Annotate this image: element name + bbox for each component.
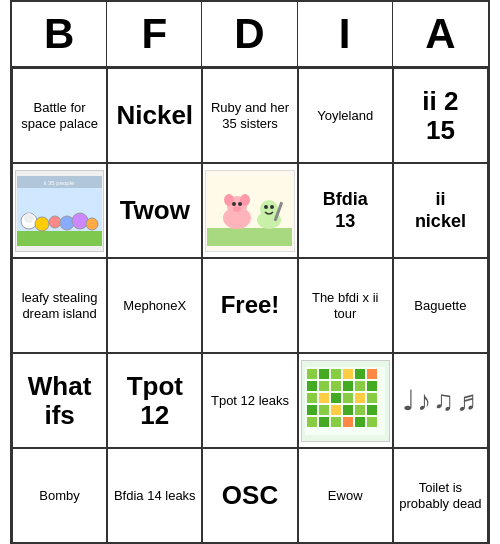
svg-rect-38 (307, 393, 317, 403)
cell-text: Ruby and her 35 sisters (207, 100, 292, 131)
svg-point-21 (260, 200, 278, 218)
cell-r1-c4[interactable]: Yoyleland (298, 68, 393, 163)
svg-point-18 (238, 202, 242, 206)
svg-rect-26 (307, 369, 317, 379)
svg-rect-46 (331, 405, 341, 415)
cell-r3-c5[interactable]: Baguette (393, 258, 488, 353)
svg-rect-48 (355, 405, 365, 415)
svg-rect-37 (367, 381, 377, 391)
svg-rect-31 (367, 369, 377, 379)
cell-r4-c5[interactable]: ♩♪♫♬ (393, 353, 488, 448)
svg-rect-47 (343, 405, 353, 415)
cell-r2-c5[interactable]: iinickel (393, 163, 488, 258)
svg-rect-44 (307, 405, 317, 415)
bingo-header: B F D I A (12, 2, 488, 68)
svg-point-7 (72, 213, 88, 229)
cell-r1-c1[interactable]: Battle for space palace (12, 68, 107, 163)
svg-point-8 (86, 218, 98, 230)
cell-r5-c5[interactable]: Toilet is probably dead (393, 448, 488, 543)
svg-rect-12 (207, 228, 292, 246)
cell-text: Nickel (116, 101, 193, 130)
svg-point-4 (35, 217, 49, 231)
svg-rect-40 (331, 393, 341, 403)
cell-text: Bfdia 14 leaks (114, 488, 196, 504)
cell-text: Tpot12 (127, 372, 183, 429)
svg-rect-30 (355, 369, 365, 379)
svg-rect-42 (355, 393, 365, 403)
cell-r5-c2[interactable]: Bfdia 14 leaks (107, 448, 202, 543)
cell-r1-c5[interactable]: ii 215 (393, 68, 488, 163)
svg-rect-53 (343, 417, 353, 427)
cell-r5-c4[interactable]: Ewow (298, 448, 393, 543)
header-d: D (202, 2, 297, 66)
cell-r4-c1[interactable]: Whatifs (12, 353, 107, 448)
svg-point-17 (232, 202, 236, 206)
cell-text: Toilet is probably dead (398, 480, 483, 511)
cell-text: Ewow (328, 488, 363, 504)
svg-rect-35 (343, 381, 353, 391)
svg-rect-43 (367, 393, 377, 403)
svg-rect-36 (355, 381, 365, 391)
cell-r3-c4[interactable]: The bfdi x ii tour (298, 258, 393, 353)
cell-r4-c4[interactable] (298, 353, 393, 448)
svg-rect-33 (319, 381, 329, 391)
svg-rect-50 (307, 417, 317, 427)
svg-point-19 (233, 206, 241, 212)
cell-r3-c1[interactable]: leafy stealing dream island (12, 258, 107, 353)
cell-text: Whatifs (28, 372, 92, 429)
cell-text: Baguette (414, 298, 466, 314)
header-b: B (12, 2, 107, 66)
header-f: F (107, 2, 202, 66)
cell-text: leafy stealing dream island (17, 290, 102, 321)
svg-rect-51 (319, 417, 329, 427)
bingo-card: B F D I A Battle for space palace Nickel… (10, 0, 490, 544)
cell-text: MephoneX (123, 298, 186, 314)
characters-image-icon (207, 176, 292, 246)
svg-rect-45 (319, 405, 329, 415)
svg-rect-32 (307, 381, 317, 391)
cell-r3-c3[interactable]: Free! (202, 258, 297, 353)
cell-r2-c1[interactable]: ii 35 people (12, 163, 107, 258)
cell-text: Free! (221, 291, 280, 320)
svg-text:ii 35 people: ii 35 people (44, 180, 75, 186)
header-a: A (393, 2, 488, 66)
pixel-grid-icon (305, 367, 385, 435)
cell-r4-c3[interactable]: Tpot 12 leaks (202, 353, 297, 448)
svg-rect-54 (355, 417, 365, 427)
cell-r2-c2[interactable]: Twow (107, 163, 202, 258)
cell-r1-c2[interactable]: Nickel (107, 68, 202, 163)
svg-rect-27 (319, 369, 329, 379)
cell-text: Bfdia13 (323, 189, 368, 232)
cell-text: Twow (120, 196, 190, 225)
svg-rect-41 (343, 393, 353, 403)
music-notes-icon: ♩♪♫♬ (402, 384, 479, 418)
cell-r3-c2[interactable]: MephoneX (107, 258, 202, 353)
cell-r2-c4[interactable]: Bfdia13 (298, 163, 393, 258)
cell-r5-c1[interactable]: Bomby (12, 448, 107, 543)
svg-rect-34 (331, 381, 341, 391)
bfdi-image-icon: ii 35 people (17, 176, 102, 246)
svg-point-3 (24, 213, 34, 223)
svg-rect-52 (331, 417, 341, 427)
cell-text: Yoyleland (317, 108, 373, 124)
cell-r5-c3[interactable]: OSC (202, 448, 297, 543)
svg-rect-49 (367, 405, 377, 415)
cell-text: ii 215 (422, 87, 458, 144)
cell-r4-c2[interactable]: Tpot12 (107, 353, 202, 448)
cell-text: iinickel (415, 189, 466, 232)
svg-rect-55 (367, 417, 377, 427)
cell-text: The bfdi x ii tour (303, 290, 388, 321)
svg-point-5 (49, 216, 61, 228)
bingo-grid: Battle for space palace Nickel Ruby and … (12, 68, 488, 543)
cell-r1-c3[interactable]: Ruby and her 35 sisters (202, 68, 297, 163)
svg-rect-39 (319, 393, 329, 403)
svg-point-23 (270, 205, 274, 209)
cell-text: Tpot 12 leaks (211, 393, 289, 409)
header-i: I (298, 2, 393, 66)
cell-text: Bomby (39, 488, 79, 504)
svg-rect-29 (343, 369, 353, 379)
svg-rect-1 (17, 231, 102, 246)
svg-rect-28 (331, 369, 341, 379)
cell-text: Battle for space palace (17, 100, 102, 131)
cell-r2-c3[interactable] (202, 163, 297, 258)
